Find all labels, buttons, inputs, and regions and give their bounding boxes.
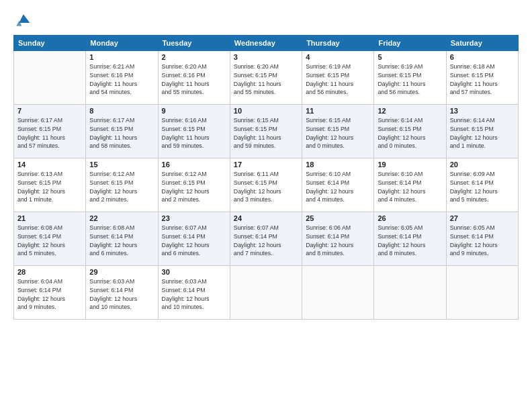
day-number: 22 (89, 214, 154, 222)
calendar-cell: 4Sunrise: 6:19 AMSunset: 6:15 PMDaylight… (302, 51, 374, 105)
calendar-cell: 14Sunrise: 6:13 AMSunset: 6:15 PMDayligh… (14, 158, 86, 212)
calendar-table: SundayMondayTuesdayWednesdayThursdayFrid… (13, 35, 519, 320)
day-info: Sunrise: 6:16 AMSunset: 6:15 PMDaylight:… (162, 116, 226, 150)
day-info: Sunrise: 6:15 AMSunset: 6:15 PMDaylight:… (234, 116, 298, 150)
calendar-cell: 3Sunrise: 6:20 AMSunset: 6:15 PMDaylight… (230, 51, 302, 105)
day-number: 11 (306, 107, 370, 115)
day-info: Sunrise: 6:08 AMSunset: 6:14 PMDaylight:… (89, 224, 154, 258)
day-info: Sunrise: 6:17 AMSunset: 6:15 PMDaylight:… (17, 116, 82, 150)
calendar-cell: 8Sunrise: 6:17 AMSunset: 6:15 PMDaylight… (86, 105, 158, 158)
day-info: Sunrise: 6:03 AMSunset: 6:14 PMDaylight:… (89, 277, 154, 312)
day-number: 19 (378, 161, 442, 169)
day-number: 24 (234, 214, 298, 222)
day-info: Sunrise: 6:04 AMSunset: 6:14 PMDaylight:… (17, 277, 82, 312)
calendar-cell: 27Sunrise: 6:05 AMSunset: 6:14 PMDayligh… (446, 212, 518, 266)
day-number: 3 (234, 53, 298, 61)
day-info: Sunrise: 6:20 AMSunset: 6:16 PMDaylight:… (162, 62, 226, 97)
day-number: 26 (378, 214, 442, 222)
day-header-friday: Friday (374, 36, 446, 51)
day-number: 1 (89, 53, 154, 61)
day-number: 17 (234, 161, 298, 169)
calendar-cell: 29Sunrise: 6:03 AMSunset: 6:14 PMDayligh… (86, 266, 158, 320)
day-header-monday: Monday (86, 36, 158, 51)
calendar-week-row: 14Sunrise: 6:13 AMSunset: 6:15 PMDayligh… (14, 158, 519, 212)
day-info: Sunrise: 6:06 AMSunset: 6:14 PMDaylight:… (306, 224, 370, 258)
calendar-cell: 28Sunrise: 6:04 AMSunset: 6:14 PMDayligh… (14, 266, 86, 320)
day-header-wednesday: Wednesday (230, 36, 302, 51)
day-info: Sunrise: 6:10 AMSunset: 6:14 PMDaylight:… (378, 170, 442, 204)
calendar-cell: 19Sunrise: 6:10 AMSunset: 6:14 PMDayligh… (374, 158, 446, 212)
day-number: 12 (378, 107, 442, 115)
calendar-cell: 16Sunrise: 6:12 AMSunset: 6:15 PMDayligh… (158, 158, 230, 212)
calendar-cell: 1Sunrise: 6:21 AMSunset: 6:16 PMDaylight… (86, 51, 158, 105)
calendar-cell: 13Sunrise: 6:14 AMSunset: 6:15 PMDayligh… (446, 105, 518, 158)
logo (13, 12, 31, 28)
calendar-cell: 12Sunrise: 6:14 AMSunset: 6:15 PMDayligh… (374, 105, 446, 158)
day-header-tuesday: Tuesday (158, 36, 230, 51)
calendar-cell: 24Sunrise: 6:07 AMSunset: 6:14 PMDayligh… (230, 212, 302, 266)
day-info: Sunrise: 6:11 AMSunset: 6:15 PMDaylight:… (234, 170, 298, 204)
day-info: Sunrise: 6:07 AMSunset: 6:14 PMDaylight:… (162, 224, 226, 258)
calendar-cell (230, 266, 302, 320)
day-number: 21 (17, 214, 82, 222)
calendar-cell: 15Sunrise: 6:12 AMSunset: 6:15 PMDayligh… (86, 158, 158, 212)
day-number: 8 (89, 107, 154, 115)
day-info: Sunrise: 6:05 AMSunset: 6:14 PMDaylight:… (378, 224, 442, 258)
day-number: 10 (234, 107, 298, 115)
day-info: Sunrise: 6:15 AMSunset: 6:15 PMDaylight:… (306, 116, 370, 150)
calendar-week-row: 28Sunrise: 6:04 AMSunset: 6:14 PMDayligh… (14, 266, 519, 320)
day-number: 5 (378, 53, 442, 61)
day-info: Sunrise: 6:13 AMSunset: 6:15 PMDaylight:… (17, 170, 82, 204)
day-number: 28 (17, 268, 82, 276)
day-number: 30 (162, 268, 226, 276)
calendar-cell: 2Sunrise: 6:20 AMSunset: 6:16 PMDaylight… (158, 51, 230, 105)
day-number: 16 (162, 161, 226, 169)
calendar-cell: 18Sunrise: 6:10 AMSunset: 6:14 PMDayligh… (302, 158, 374, 212)
day-info: Sunrise: 6:05 AMSunset: 6:14 PMDaylight:… (450, 224, 515, 258)
day-number: 25 (306, 214, 370, 222)
calendar-cell (446, 266, 518, 320)
day-info: Sunrise: 6:14 AMSunset: 6:15 PMDaylight:… (450, 116, 515, 150)
calendar-cell (14, 51, 86, 105)
calendar-cell: 30Sunrise: 6:03 AMSunset: 6:14 PMDayligh… (158, 266, 230, 320)
calendar-cell: 6Sunrise: 6:18 AMSunset: 6:15 PMDaylight… (446, 51, 518, 105)
day-number: 9 (162, 107, 226, 115)
calendar-cell: 11Sunrise: 6:15 AMSunset: 6:15 PMDayligh… (302, 105, 374, 158)
calendar-cell: 20Sunrise: 6:09 AMSunset: 6:14 PMDayligh… (446, 158, 518, 212)
day-number: 18 (306, 161, 370, 169)
day-number: 4 (306, 53, 370, 61)
calendar-cell: 17Sunrise: 6:11 AMSunset: 6:15 PMDayligh… (230, 158, 302, 212)
day-number: 14 (17, 161, 82, 169)
day-number: 29 (89, 268, 154, 276)
day-number: 7 (17, 107, 82, 115)
day-header-sunday: Sunday (14, 36, 86, 51)
calendar-cell: 9Sunrise: 6:16 AMSunset: 6:15 PMDaylight… (158, 105, 230, 158)
calendar-cell (302, 266, 374, 320)
header (13, 12, 519, 28)
calendar-week-row: 1Sunrise: 6:21 AMSunset: 6:16 PMDaylight… (14, 51, 519, 105)
day-header-thursday: Thursday (302, 36, 374, 51)
day-info: Sunrise: 6:20 AMSunset: 6:15 PMDaylight:… (234, 62, 298, 97)
calendar-cell: 5Sunrise: 6:19 AMSunset: 6:15 PMDaylight… (374, 51, 446, 105)
day-info: Sunrise: 6:12 AMSunset: 6:15 PMDaylight:… (162, 170, 226, 204)
day-info: Sunrise: 6:14 AMSunset: 6:15 PMDaylight:… (378, 116, 442, 150)
day-header-saturday: Saturday (446, 36, 518, 51)
calendar-cell: 7Sunrise: 6:17 AMSunset: 6:15 PMDaylight… (14, 105, 86, 158)
day-number: 6 (450, 53, 515, 61)
day-info: Sunrise: 6:07 AMSunset: 6:14 PMDaylight:… (234, 224, 298, 258)
calendar-cell: 26Sunrise: 6:05 AMSunset: 6:14 PMDayligh… (374, 212, 446, 266)
day-info: Sunrise: 6:18 AMSunset: 6:15 PMDaylight:… (450, 62, 515, 97)
calendar-week-row: 7Sunrise: 6:17 AMSunset: 6:15 PMDaylight… (14, 105, 519, 158)
day-info: Sunrise: 6:19 AMSunset: 6:15 PMDaylight:… (378, 62, 442, 97)
calendar-cell: 21Sunrise: 6:08 AMSunset: 6:14 PMDayligh… (14, 212, 86, 266)
day-info: Sunrise: 6:10 AMSunset: 6:14 PMDaylight:… (306, 170, 370, 204)
calendar-cell: 22Sunrise: 6:08 AMSunset: 6:14 PMDayligh… (86, 212, 158, 266)
calendar-cell: 25Sunrise: 6:06 AMSunset: 6:14 PMDayligh… (302, 212, 374, 266)
day-number: 2 (162, 53, 226, 61)
day-info: Sunrise: 6:03 AMSunset: 6:14 PMDaylight:… (162, 277, 226, 312)
calendar-cell (374, 266, 446, 320)
day-info: Sunrise: 6:12 AMSunset: 6:15 PMDaylight:… (89, 170, 154, 204)
day-info: Sunrise: 6:21 AMSunset: 6:16 PMDaylight:… (89, 62, 154, 97)
day-number: 23 (162, 214, 226, 222)
svg-marker-0 (19, 14, 30, 23)
